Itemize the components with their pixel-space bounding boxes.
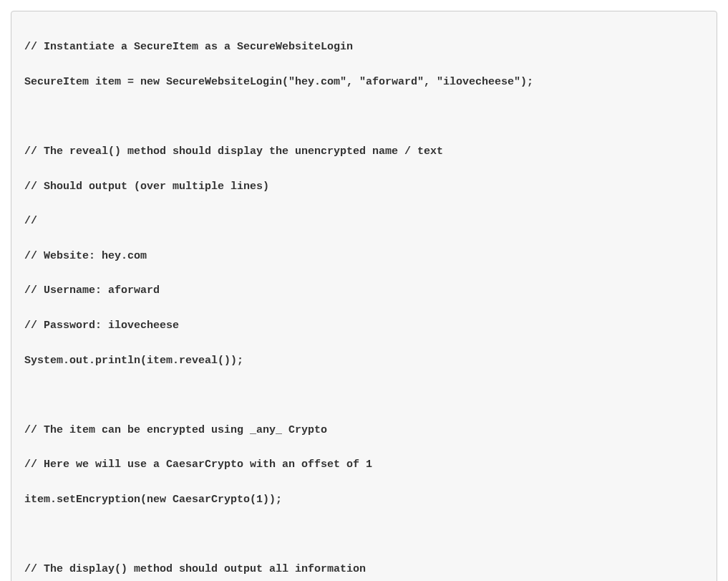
code-line: // Username: aforward bbox=[24, 282, 704, 299]
code-line: // Instantiate a SecureItem as a SecureW… bbox=[24, 39, 704, 56]
code-line bbox=[24, 527, 704, 544]
code-line: // Password: ilovecheese bbox=[24, 317, 704, 335]
code-line: // The display() method should output al… bbox=[24, 561, 704, 578]
code-line: // The reveal() method should display th… bbox=[24, 143, 704, 160]
code-block: // Instantiate a SecureItem as a SecureW… bbox=[11, 11, 717, 581]
code-line bbox=[24, 108, 704, 125]
code-line: SecureItem item = new SecureWebsiteLogin… bbox=[24, 74, 704, 91]
code-line: // Should output (over multiple lines) bbox=[24, 178, 704, 196]
code-line: item.setEncryption(new CaesarCrypto(1)); bbox=[24, 491, 704, 509]
code-line: // Website: hey.com bbox=[24, 248, 704, 265]
code-line bbox=[24, 387, 704, 404]
code-line: // The item can be encrypted using _any_… bbox=[24, 422, 704, 439]
code-line: System.out.println(item.reveal()); bbox=[24, 352, 704, 370]
code-line: // Here we will use a CaesarCrypto with … bbox=[24, 456, 704, 474]
code-line: // bbox=[24, 213, 704, 230]
